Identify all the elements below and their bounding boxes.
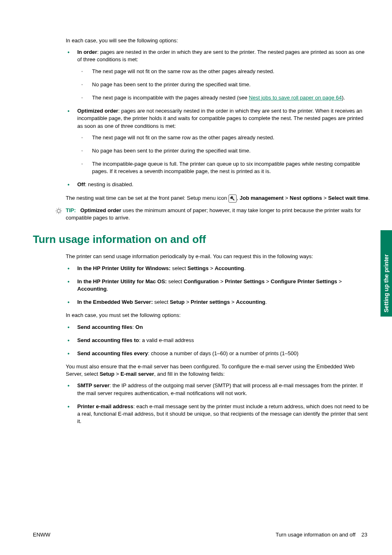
item-bold: Setup — [170, 299, 184, 305]
item-text: : pages are nested in the order in which… — [77, 49, 364, 62]
tip-block: TIP: Optimized order uses the minimum am… — [55, 207, 370, 222]
item-text: : the IP address of the outgoing mail se… — [77, 382, 363, 396]
content-area: In each case, you will see the following… — [66, 37, 370, 425]
item-text: . — [265, 299, 267, 305]
item-text: ). — [342, 95, 345, 101]
sub-list: The next page will not fit on the same r… — [77, 68, 370, 102]
item-text: select — [153, 299, 170, 305]
item-bold: Accounting — [214, 265, 244, 271]
item-bold: In the Embedded Web Server: — [77, 299, 153, 305]
list-item: In order: pages are nested in the order … — [66, 49, 370, 102]
tip-icon — [55, 207, 65, 215]
footer-right-text: Turn usage information on and off — [276, 532, 355, 538]
list-item: In the Embedded Web Server: select Setup… — [66, 298, 370, 306]
section-mid: In each case, you must set the following… — [66, 312, 370, 319]
text: The nesting wait time can be set at the … — [66, 195, 227, 201]
item-text: . — [107, 286, 108, 292]
sep: > — [115, 371, 121, 377]
item-bold: Printer settings — [191, 299, 230, 305]
item-text: . — [244, 265, 246, 271]
text: . — [368, 195, 370, 201]
svg-line-7 — [57, 212, 58, 213]
nesting-wait-line: The nesting wait time can be set at the … — [66, 194, 370, 203]
email-server-paragraph: You must also ensure that the e-mail ser… — [66, 363, 370, 378]
svg-line-8 — [60, 208, 61, 209]
item-text: > — [184, 299, 191, 305]
footer-right: Turn usage information on and off 23 — [276, 532, 367, 538]
cross-reference-link[interactable]: Nest jobs to save roll paper on page 64 — [249, 95, 342, 101]
item-bold: Configuration — [184, 278, 219, 284]
item-bold: On — [136, 324, 143, 330]
tip-text: TIP: Optimized order uses the minimum am… — [66, 207, 370, 222]
item-text: The next page will not fit on the same r… — [92, 134, 274, 141]
item-text: select — [167, 278, 184, 284]
list-item: No page has been sent to the printer dur… — [80, 81, 370, 88]
side-tab-label: Setting up the printer — [383, 230, 390, 312]
list-item: The incompatible-page queue is full. The… — [80, 160, 370, 175]
section-intro: The printer can send usage information p… — [66, 253, 370, 260]
setup-menu-icon — [228, 194, 237, 203]
item-text: : pages are not necessarily nested in th… — [77, 108, 363, 129]
item-text: > — [230, 299, 236, 305]
page-number: 23 — [362, 532, 367, 538]
list-item: In the HP Printer Utility for Mac OS: se… — [66, 278, 370, 293]
list-item: SMTP server: the IP address of the outgo… — [66, 382, 370, 397]
menu-path: Select wait time — [328, 195, 369, 201]
item-text: > — [209, 265, 215, 271]
sep: > — [322, 195, 328, 201]
item-bold: Printer e-mail address — [77, 403, 134, 409]
item-label: Off — [77, 181, 85, 187]
item-text: : nesting is disabled. — [85, 181, 134, 187]
list-item: Off: nesting is disabled. — [66, 181, 370, 188]
list-item: Printer e-mail address: each e-mail mess… — [66, 403, 370, 426]
sub-list: The next page will not fit on the same r… — [77, 134, 370, 176]
item-text: The next page is incompatible with the p… — [92, 95, 249, 101]
sep: > — [284, 195, 290, 201]
item-text: No page has been sent to the printer dur… — [92, 81, 251, 88]
item-text: > — [219, 278, 225, 284]
menu-path: E-mail server — [120, 371, 154, 377]
item-bold: Settings — [187, 265, 208, 271]
tip-bold: Optimized order — [80, 207, 121, 213]
item-text: The incompatible-page queue is full. The… — [92, 161, 360, 174]
fields-list: SMTP server: the IP address of the outgo… — [66, 382, 370, 425]
page: Setting up the printer In each case, you… — [0, 0, 392, 555]
section-heading: Turn usage information on and off — [33, 232, 370, 247]
menu-path: Nest options — [290, 195, 322, 201]
item-bold: Accounting — [236, 299, 265, 305]
menu-path: Job management — [240, 195, 284, 201]
list-item: Send accounting files: On — [66, 324, 370, 331]
list-item: The next page is incompatible with the p… — [80, 94, 370, 102]
item-text: > — [337, 278, 342, 284]
item-label: In order — [77, 49, 97, 55]
list-item: Send accounting files to: a valid e-mail… — [66, 337, 370, 344]
item-bold: In the HP Printer Utility for Mac OS: — [77, 278, 167, 284]
ways-list: In the HP Printer Utility for Windows: s… — [66, 265, 370, 306]
list-item: Optimized order: pages are not necessari… — [66, 107, 370, 175]
item-label: Optimized order — [77, 108, 118, 114]
text: , and fill in the following fields: — [154, 371, 225, 377]
options-list2: Send accounting files: OnSend accounting… — [66, 324, 370, 358]
item-bold: Configure Printer Settings — [271, 278, 337, 284]
menu-path: Setup — [99, 371, 114, 377]
item-bold: In the HP Printer Utility for Windows: — [77, 265, 171, 271]
item-bold: Send accounting files to — [77, 337, 139, 343]
tip-label: TIP: — [66, 207, 76, 213]
item-text: : — [132, 324, 135, 330]
list-item: The next page will not fit on the same r… — [80, 68, 370, 75]
item-bold: Printer Settings — [225, 278, 265, 284]
item-bold: Send accounting files — [77, 324, 132, 330]
item-bold: Send accounting files every — [77, 350, 148, 356]
item-text: : a valid e-mail address — [139, 337, 194, 343]
list-item: In the HP Printer Utility for Windows: s… — [66, 265, 370, 272]
list-item: The next page will not fit on the same r… — [80, 134, 370, 141]
side-tab: Setting up the printer — [380, 230, 392, 317]
list-item: Send accounting files every: choose a nu… — [66, 350, 370, 357]
svg-point-0 — [57, 209, 60, 213]
list-item: No page has been sent to the printer dur… — [80, 147, 370, 155]
item-text: : choose a number of days (1–60) or a nu… — [148, 350, 298, 356]
item-text: > — [265, 278, 271, 284]
svg-line-6 — [60, 212, 61, 213]
item-text: select — [171, 265, 187, 271]
svg-line-5 — [57, 208, 58, 209]
